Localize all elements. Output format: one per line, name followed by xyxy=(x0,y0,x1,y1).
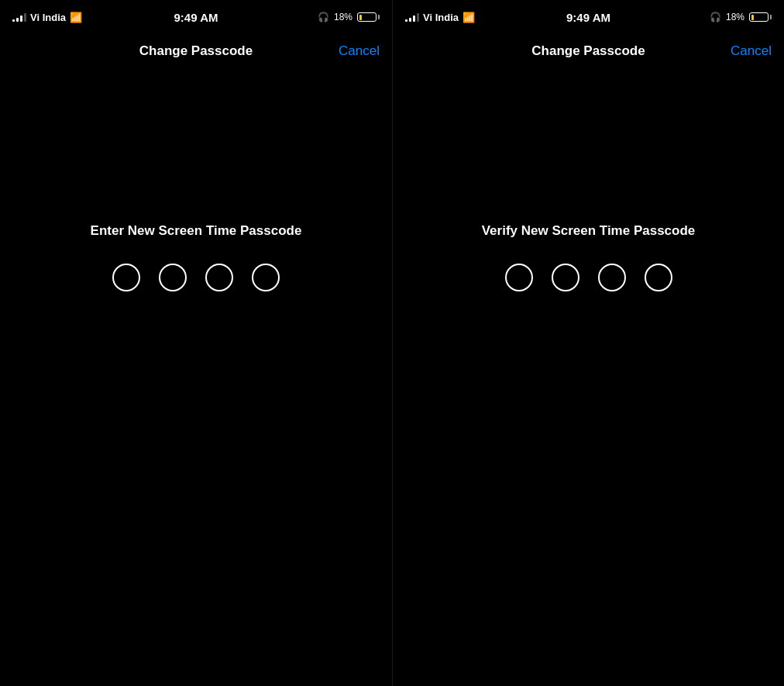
status-left-group: Vi India 📶 xyxy=(12,12,82,23)
time-label-right: 9:49 AM xyxy=(566,11,610,24)
headphone-icon: 🎧 xyxy=(318,12,329,22)
battery-icon-right xyxy=(749,12,772,22)
status-bar-right: Vi India 📶 9:49 AM 🎧 18% xyxy=(393,0,784,34)
nav-title-right: Change Passcode xyxy=(531,43,645,59)
passcode-prompt-right: Verify New Screen Time Passcode xyxy=(482,223,696,239)
passcode-dot-r2 xyxy=(552,264,579,291)
battery-percent-label-right: 18% xyxy=(726,12,744,22)
passcode-dot-3 xyxy=(205,264,233,291)
time-label: 9:49 AM xyxy=(174,11,218,24)
wifi-icon-right: 📶 xyxy=(462,12,475,23)
nav-title-left: Change Passcode xyxy=(139,43,253,59)
battery-icon xyxy=(357,12,380,22)
passcode-dot-1 xyxy=(112,264,140,291)
status-bar-left: Vi India 📶 9:49 AM 🎧 18% xyxy=(0,0,392,34)
passcode-dot-r3 xyxy=(598,264,626,291)
phone-panel-right: Vi India 📶 9:49 AM 🎧 18% Change Passcode… xyxy=(392,0,784,686)
passcode-prompt-left: Enter New Screen Time Passcode xyxy=(91,223,302,239)
status-left-group-right: Vi India 📶 xyxy=(405,12,475,23)
phone-panel-left: Vi India 📶 9:49 AM 🎧 18% Change Passcode… xyxy=(0,0,392,686)
signal-bars-icon-right xyxy=(405,12,419,22)
main-content-right: Verify New Screen Time Passcode xyxy=(393,68,784,686)
passcode-dot-r1 xyxy=(505,264,533,291)
signal-bars-icon xyxy=(12,12,26,22)
status-right-group: 🎧 18% xyxy=(318,12,380,22)
main-content-left: Enter New Screen Time Passcode xyxy=(0,68,392,686)
passcode-dots-right xyxy=(505,264,672,291)
wifi-icon: 📶 xyxy=(70,12,82,23)
nav-bar-right: Change Passcode Cancel xyxy=(393,34,784,68)
cancel-button-left[interactable]: Cancel xyxy=(339,43,380,59)
passcode-dots-left xyxy=(112,264,280,291)
carrier-label-right: Vi India xyxy=(423,12,459,23)
passcode-dot-r4 xyxy=(645,264,672,291)
nav-bar-left: Change Passcode Cancel xyxy=(0,34,392,68)
battery-percent-label: 18% xyxy=(334,12,352,22)
passcode-dot-2 xyxy=(159,264,187,291)
headphone-icon-right: 🎧 xyxy=(710,12,721,22)
status-right-group-right: 🎧 18% xyxy=(710,12,772,22)
carrier-label: Vi India xyxy=(30,12,66,23)
passcode-dot-4 xyxy=(252,264,280,291)
cancel-button-right[interactable]: Cancel xyxy=(731,43,772,59)
